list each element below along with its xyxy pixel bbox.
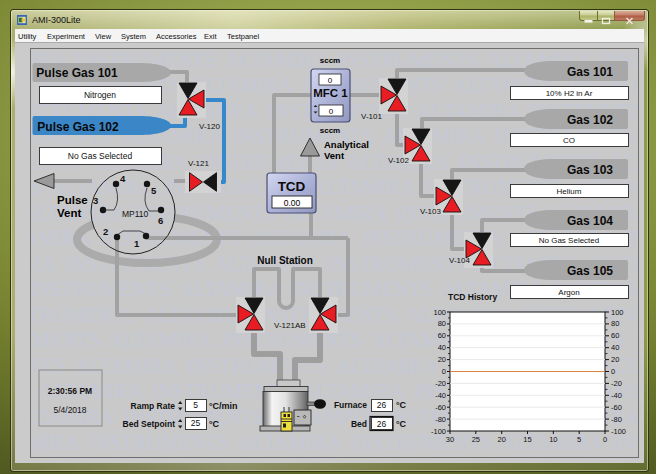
svg-text:V-120: V-120 — [199, 122, 220, 131]
svg-text:0: 0 — [442, 367, 446, 376]
svg-text:Bed Setpoint: Bed Setpoint — [123, 419, 176, 429]
svg-text:5/4/2018: 5/4/2018 — [53, 405, 86, 415]
svg-text:60: 60 — [611, 331, 619, 340]
svg-text:-20: -20 — [611, 379, 622, 388]
svg-text:Pulse Gas 101: Pulse Gas 101 — [36, 66, 118, 80]
svg-text:0: 0 — [611, 367, 615, 376]
svg-text:15: 15 — [523, 435, 531, 444]
svg-text:Helium: Helium — [557, 187, 582, 196]
svg-text:Ramp Rate: Ramp Rate — [131, 401, 176, 411]
svg-text:Gas 104: Gas 104 — [567, 214, 613, 228]
svg-text:No Gas Selected: No Gas Selected — [68, 151, 133, 161]
svg-text:100: 100 — [611, 308, 624, 317]
svg-text:Bed: Bed — [351, 419, 367, 429]
svg-text:25: 25 — [472, 435, 480, 444]
svg-text:sccm: sccm — [320, 56, 340, 65]
svg-text:°C/min: °C/min — [209, 401, 238, 411]
svg-text:80: 80 — [438, 319, 446, 328]
svg-text:5: 5 — [151, 185, 157, 196]
svg-text:0: 0 — [328, 76, 333, 85]
svg-text:No Gas Selected: No Gas Selected — [539, 236, 599, 245]
svg-text:10% H2 in Ar: 10% H2 in Ar — [546, 89, 593, 98]
svg-text:°C: °C — [396, 419, 407, 429]
svg-text:40: 40 — [438, 343, 446, 352]
svg-text:V-121AB: V-121AB — [274, 321, 306, 330]
svg-text:Vent: Vent — [57, 207, 81, 219]
svg-text:°C: °C — [396, 400, 407, 410]
svg-text:Gas 102: Gas 102 — [567, 113, 613, 127]
svg-text:-60: -60 — [435, 403, 446, 412]
svg-text:2: 2 — [103, 226, 108, 237]
svg-text:60: 60 — [438, 331, 446, 340]
svg-text:0.00: 0.00 — [284, 198, 301, 208]
svg-text:Argon: Argon — [558, 288, 579, 297]
svg-text:-80: -80 — [435, 415, 446, 424]
svg-text:-60: -60 — [611, 403, 622, 412]
svg-text:V-102: V-102 — [388, 156, 409, 165]
svg-text:26: 26 — [377, 419, 387, 429]
svg-text:sccm: sccm — [320, 126, 340, 135]
svg-text:°C: °C — [209, 419, 220, 429]
svg-text:26: 26 — [377, 400, 387, 410]
svg-text:TCD: TCD — [278, 179, 306, 194]
svg-text:Furnace: Furnace — [334, 400, 367, 410]
svg-text:TCD History: TCD History — [448, 292, 497, 302]
svg-text:Gas 101: Gas 101 — [567, 65, 613, 79]
svg-text:3: 3 — [93, 195, 98, 206]
svg-text:CO: CO — [563, 136, 575, 145]
svg-text:20: 20 — [498, 435, 506, 444]
svg-text:Null Station: Null Station — [257, 255, 313, 266]
svg-text:V-121: V-121 — [188, 159, 209, 168]
svg-text:V-101: V-101 — [361, 112, 382, 121]
svg-text:V-104: V-104 — [449, 256, 470, 265]
svg-text:ALTAMIRA INSTRUMENTS ALTAMIRA: ALTAMIRA INSTRUMENTS ALTAMIRA INSTRUMENT… — [31, 431, 639, 453]
svg-text:2:30:56 PM: 2:30:56 PM — [48, 386, 92, 396]
svg-text:100: 100 — [433, 308, 446, 317]
svg-text:-40: -40 — [611, 391, 622, 400]
svg-text:-100: -100 — [611, 427, 626, 436]
svg-text:10: 10 — [549, 435, 557, 444]
svg-text:Analytical: Analytical — [324, 139, 369, 150]
svg-text:-100: -100 — [431, 427, 446, 436]
svg-text:40: 40 — [611, 343, 619, 352]
svg-text:-20: -20 — [435, 379, 446, 388]
svg-text:-40: -40 — [435, 391, 446, 400]
svg-text:30: 30 — [446, 435, 454, 444]
svg-text:4: 4 — [120, 173, 126, 184]
svg-text:Vent: Vent — [324, 150, 345, 161]
svg-text:Gas 105: Gas 105 — [567, 264, 613, 278]
svg-text:0: 0 — [603, 435, 607, 444]
svg-text:0: 0 — [329, 107, 334, 116]
svg-text:Pulse: Pulse — [57, 194, 88, 206]
svg-text:80: 80 — [611, 319, 619, 328]
svg-text:MP110: MP110 — [122, 209, 149, 219]
svg-text:Nitrogen: Nitrogen — [84, 90, 116, 100]
svg-text:6: 6 — [158, 215, 163, 226]
svg-text:5: 5 — [193, 400, 198, 410]
svg-text:25: 25 — [191, 418, 201, 428]
svg-text:MFC 1: MFC 1 — [313, 87, 348, 99]
svg-text:20: 20 — [611, 355, 619, 364]
svg-text:Gas 103: Gas 103 — [567, 163, 613, 177]
svg-text:-80: -80 — [611, 415, 622, 424]
svg-text:20: 20 — [438, 355, 446, 364]
svg-text:5: 5 — [577, 435, 581, 444]
svg-text:Pulse Gas 102: Pulse Gas 102 — [37, 120, 119, 134]
svg-text:1: 1 — [134, 238, 140, 249]
svg-text:V-103: V-103 — [420, 207, 441, 216]
